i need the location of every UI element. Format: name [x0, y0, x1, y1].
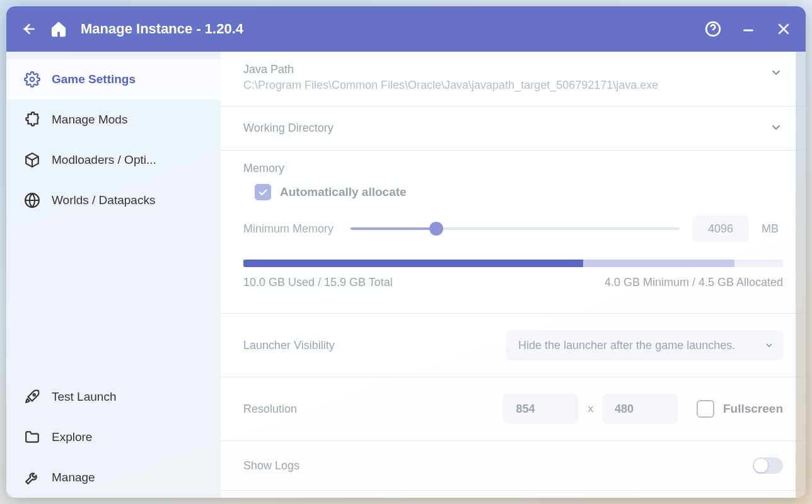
caret-down-icon [764, 340, 774, 350]
wrench-icon [24, 469, 40, 486]
resolution-width-input[interactable]: 854 [503, 394, 579, 424]
svg-point-1 [30, 77, 35, 82]
memory-unit: MB [762, 222, 783, 236]
rocket-icon [24, 389, 40, 405]
memory-used-text: 10.0 GB Used / 15.9 GB Total [243, 276, 393, 289]
sidebar-item-label: Test Launch [52, 390, 116, 404]
sidebar-item-label: Manage Mods [52, 113, 127, 127]
gear-icon [24, 71, 40, 88]
svg-point-3 [33, 394, 35, 396]
minimum-memory-label: Minimum Memory [243, 222, 338, 236]
sidebar-item-test-launch[interactable]: Test Launch [6, 377, 221, 417]
working-directory-section[interactable]: Working Directory [221, 106, 806, 151]
launcher-visibility-row: Launcher Visibility Hide the launcher af… [221, 314, 806, 377]
sidebar-item-manage[interactable]: Manage [6, 457, 221, 498]
java-path-section[interactable]: Java Path C:\Program Files\Common Files\… [221, 52, 806, 106]
auto-allocate-checkbox[interactable] [255, 184, 271, 200]
launcher-visibility-label: Launcher Visibility [243, 339, 335, 352]
titlebar: Manage Instance - 1.20.4 [6, 6, 806, 52]
java-path-value: C:\Program Files\Common Files\Oracle\Jav… [243, 79, 783, 92]
chevron-down-icon [769, 66, 783, 79]
launcher-visibility-dropdown[interactable]: Hide the launcher after the game launche… [506, 330, 783, 360]
chevron-down-icon [769, 120, 783, 134]
auto-allocate-row[interactable]: Automatically allocate [255, 184, 783, 200]
sidebar-item-worlds[interactable]: Worlds / Datapacks [6, 180, 221, 220]
sidebar: Game Settings Manage Mods Modloaders / O… [6, 52, 221, 498]
help-button[interactable] [705, 21, 721, 37]
show-logs-row: Show Logs [221, 441, 806, 491]
sidebar-item-label: Game Settings [52, 72, 136, 86]
sidebar-item-explore[interactable]: Explore [6, 417, 221, 457]
process-priority-row: Process Priority Normal [221, 491, 806, 498]
cube-icon [24, 152, 40, 168]
sidebar-item-manage-mods[interactable]: Manage Mods [6, 100, 221, 140]
sidebar-item-label: Explore [52, 430, 92, 444]
content-panel: Java Path C:\Program Files\Common Files\… [221, 52, 806, 498]
home-button[interactable] [50, 21, 67, 37]
minimize-button[interactable] [740, 21, 757, 37]
puzzle-icon [24, 112, 40, 128]
working-directory-title: Working Directory [243, 122, 783, 135]
sidebar-item-label: Worlds / Datapacks [52, 193, 155, 207]
background-strip [796, 52, 806, 498]
memory-title: Memory [243, 162, 783, 175]
close-button[interactable] [775, 21, 792, 37]
globe-icon [24, 192, 40, 209]
folder-icon [24, 429, 40, 445]
minimum-memory-slider[interactable] [351, 222, 680, 236]
resolution-height-input[interactable]: 480 [602, 394, 678, 424]
sidebar-item-label: Manage [52, 471, 95, 484]
memory-section: Memory Automatically allocate Minimum Me… [221, 151, 806, 314]
resolution-label: Resolution [243, 403, 297, 416]
sidebar-item-game-settings[interactable]: Game Settings [6, 59, 221, 100]
app-window: Manage Instance - 1.20.4 Game Settings [6, 6, 806, 498]
show-logs-toggle[interactable] [753, 457, 783, 474]
java-path-title: Java Path [243, 63, 783, 76]
memory-usage-bar [243, 260, 783, 267]
show-logs-label: Show Logs [243, 459, 299, 472]
minimum-memory-row: Minimum Memory 4096 MB [243, 215, 783, 242]
resolution-row: Resolution 854 x 480 Fullscreen [221, 377, 806, 441]
launcher-visibility-value: Hide the launcher after the game launche… [518, 339, 735, 352]
fullscreen-label: Fullscreen [723, 402, 783, 416]
window-title: Manage Instance - 1.20.4 [81, 21, 243, 37]
fullscreen-checkbox[interactable] [697, 400, 714, 418]
resolution-separator: x [588, 403, 593, 415]
sidebar-item-modloaders[interactable]: Modloaders / Opti... [6, 140, 221, 180]
auto-allocate-label: Automatically allocate [280, 185, 407, 199]
back-button[interactable] [20, 21, 37, 37]
memory-alloc-text: 4.0 GB Minimum / 4.5 GB Allocated [605, 276, 783, 289]
minimum-memory-value[interactable]: 4096 [692, 215, 749, 242]
sidebar-item-label: Modloaders / Opti... [52, 153, 156, 167]
